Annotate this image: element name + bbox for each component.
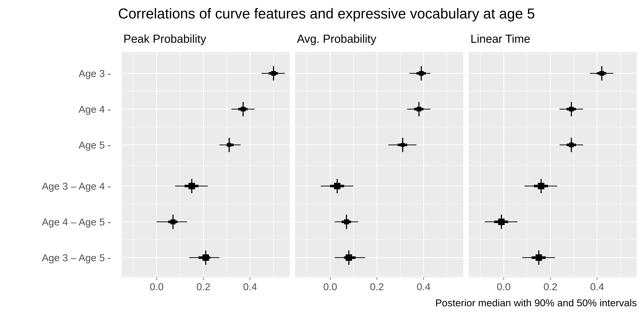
facet-title: Linear Time <box>470 32 530 46</box>
interval-point <box>402 145 403 145</box>
chart-caption: Posterior median with 90% and 50% interv… <box>435 297 637 308</box>
y-tick-label: Age 4 - <box>78 104 111 115</box>
x-tick-label: 0.2 <box>196 281 210 292</box>
x-tick-mark <box>203 277 204 280</box>
x-tick-label: 0.2 <box>370 281 384 292</box>
interval-point <box>539 258 539 258</box>
x-axis: 0.00.20.4 <box>122 277 290 290</box>
y-tick-label: Age 4 – Age 5 - <box>42 216 111 228</box>
y-tick-label: Age 3 – Age 4 - <box>42 180 111 192</box>
interval-point <box>243 109 243 109</box>
x-tick-mark <box>250 277 250 280</box>
interval-point <box>173 222 173 222</box>
interval-point <box>229 145 229 145</box>
interval-point <box>602 73 602 74</box>
facets-container: Age 3 -Age 4 -Age 5 -Age 3 – Age 4 -Age … <box>7 32 637 290</box>
facet-peak-probability: Peak Probability 0.00.20.4 <box>122 32 290 290</box>
facet-linear-time: Linear Time 0.00.20.4 <box>469 32 637 290</box>
y-tick-label: Age 3 – Age 5 - <box>42 252 111 264</box>
x-tick-label: 0.0 <box>323 281 337 292</box>
interval-point <box>419 109 419 109</box>
x-tick-label: 0.4 <box>590 281 604 292</box>
plot-panel <box>469 52 637 277</box>
x-tick-label: 0.0 <box>150 281 164 292</box>
x-axis: 0.00.20.4 <box>295 277 463 290</box>
x-tick-mark <box>550 277 550 280</box>
x-tick-mark <box>597 277 598 280</box>
y-tick-label: Age 3 - <box>78 68 111 79</box>
chart-title: Correlations of curve features and expre… <box>118 5 535 22</box>
interval-point <box>501 222 502 222</box>
facet-title: Peak Probability <box>124 32 206 46</box>
plot-panel <box>122 52 290 277</box>
interval-point <box>346 222 347 222</box>
interval-point <box>571 145 572 145</box>
interval-point <box>571 109 572 109</box>
interval-point <box>349 258 349 258</box>
interval-point <box>206 258 206 258</box>
x-tick-label: 0.2 <box>544 281 558 292</box>
facet-avg-probability: Avg. Probability 0.00.20.4 <box>295 32 463 290</box>
interval-point <box>337 186 338 186</box>
x-tick-mark <box>424 277 424 280</box>
y-tick-label: Age 5 - <box>78 139 111 151</box>
x-tick-label: 0.4 <box>417 281 430 292</box>
facet-title: Avg. Probability <box>297 32 376 46</box>
x-tick-label: 0.0 <box>497 281 511 292</box>
interval-point <box>273 73 274 74</box>
interval-point <box>541 186 541 186</box>
y-axis: Age 3 -Age 4 -Age 5 -Age 3 – Age 4 -Age … <box>7 52 114 277</box>
x-tick-mark <box>376 277 377 280</box>
interval-point <box>421 73 422 74</box>
interval-point <box>192 186 192 186</box>
x-axis: 0.00.20.4 <box>469 277 637 290</box>
x-tick-mark <box>504 277 504 280</box>
x-tick-mark <box>330 277 330 280</box>
x-tick-label: 0.4 <box>243 281 257 292</box>
plot-panel <box>295 52 463 277</box>
chart-root: Correlations of curve features and expre… <box>0 0 644 322</box>
x-tick-mark <box>156 277 157 280</box>
